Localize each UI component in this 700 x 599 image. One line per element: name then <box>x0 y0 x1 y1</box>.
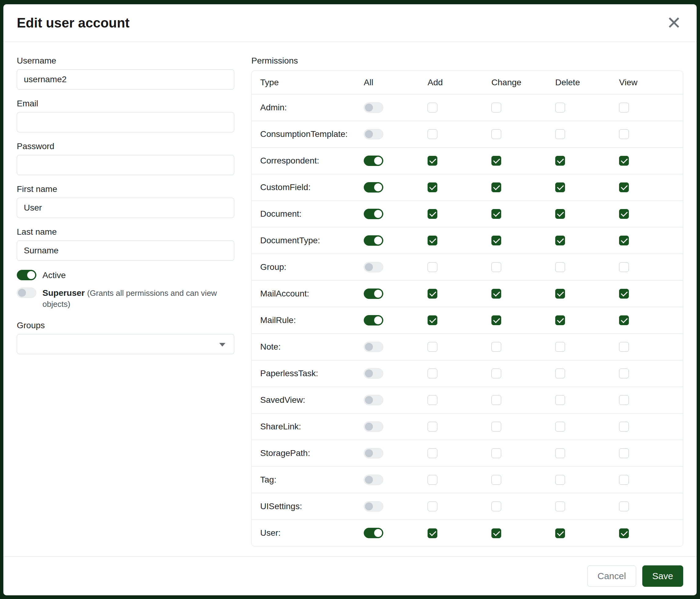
perm-toggle-all[interactable] <box>364 368 383 379</box>
perm-toggle-all[interactable] <box>364 182 383 193</box>
perm-checkbox-add[interactable] <box>428 262 438 272</box>
perm-checkbox-change[interactable] <box>492 262 501 272</box>
perm-checkbox-add[interactable] <box>428 129 438 139</box>
perm-checkbox-view[interactable] <box>619 209 629 219</box>
first-name-field[interactable] <box>17 198 234 218</box>
perm-checkbox-view[interactable] <box>619 262 629 272</box>
perm-checkbox-view[interactable] <box>619 103 629 113</box>
perm-checkbox-delete[interactable] <box>555 236 565 245</box>
perm-toggle-all[interactable] <box>364 235 383 246</box>
perm-checkbox-view[interactable] <box>619 342 629 352</box>
perm-checkbox-delete[interactable] <box>555 289 565 298</box>
perm-toggle-all[interactable] <box>364 288 383 299</box>
perm-checkbox-change[interactable] <box>492 422 501 432</box>
perm-checkbox-change[interactable] <box>492 129 501 139</box>
perm-checkbox-add[interactable] <box>428 342 438 352</box>
perm-toggle-all[interactable] <box>364 422 383 432</box>
perm-checkbox-add[interactable] <box>428 289 438 298</box>
perm-checkbox-view[interactable] <box>619 236 629 245</box>
perm-checkbox-change[interactable] <box>492 156 501 166</box>
perm-checkbox-change[interactable] <box>492 103 501 113</box>
perm-checkbox-add[interactable] <box>428 183 438 192</box>
perm-checkbox-add[interactable] <box>428 315 438 325</box>
perm-checkbox-change[interactable] <box>492 315 501 325</box>
perm-checkbox-view[interactable] <box>619 368 629 378</box>
perm-checkbox-view[interactable] <box>619 156 629 166</box>
perm-checkbox-view[interactable] <box>619 183 629 192</box>
perm-checkbox-change[interactable] <box>492 342 501 352</box>
perm-checkbox-add[interactable] <box>428 475 438 485</box>
last-name-field[interactable] <box>17 241 234 261</box>
perm-checkbox-delete[interactable] <box>555 502 565 511</box>
perm-checkbox-change[interactable] <box>492 289 501 298</box>
perm-checkbox-change[interactable] <box>492 395 501 405</box>
perm-checkbox-change[interactable] <box>492 368 501 378</box>
perm-checkbox-delete[interactable] <box>555 528 565 538</box>
perm-checkbox-add[interactable] <box>428 236 438 245</box>
save-button[interactable]: Save <box>642 566 683 587</box>
perm-checkbox-delete[interactable] <box>555 475 565 485</box>
perm-toggle-all[interactable] <box>364 155 383 166</box>
superuser-toggle[interactable] <box>17 288 36 298</box>
perm-checkbox-change[interactable] <box>492 236 501 245</box>
perm-toggle-all[interactable] <box>364 102 383 113</box>
perm-checkbox-view[interactable] <box>619 289 629 298</box>
perm-checkbox-change[interactable] <box>492 448 501 458</box>
toggle-knob <box>365 423 373 431</box>
perm-checkbox-delete[interactable] <box>555 209 565 219</box>
perm-checkbox-change[interactable] <box>492 475 501 485</box>
perm-toggle-all[interactable] <box>364 475 383 485</box>
perm-checkbox-add[interactable] <box>428 395 438 405</box>
perm-checkbox-view[interactable] <box>619 475 629 485</box>
perm-checkbox-delete[interactable] <box>555 129 565 139</box>
perm-checkbox-delete[interactable] <box>555 422 565 432</box>
perm-toggle-all[interactable] <box>364 262 383 272</box>
perm-checkbox-change[interactable] <box>492 502 501 511</box>
perm-checkbox-view[interactable] <box>619 315 629 325</box>
perm-toggle-all[interactable] <box>364 315 383 326</box>
perm-checkbox-add[interactable] <box>428 368 438 378</box>
perm-checkbox-view[interactable] <box>619 422 629 432</box>
perm-checkbox-add[interactable] <box>428 502 438 511</box>
perm-checkbox-delete[interactable] <box>555 156 565 166</box>
perm-checkbox-change[interactable] <box>492 528 501 538</box>
modal-footer: Cancel Save <box>3 556 697 595</box>
perm-checkbox-delete[interactable] <box>555 315 565 325</box>
perm-checkbox-view[interactable] <box>619 448 629 458</box>
cancel-button[interactable]: Cancel <box>587 566 636 587</box>
perm-toggle-all[interactable] <box>364 342 383 352</box>
perm-checkbox-view[interactable] <box>619 395 629 405</box>
perm-toggle-all[interactable] <box>364 501 383 511</box>
perm-checkbox-add[interactable] <box>428 422 438 432</box>
perm-checkbox-delete[interactable] <box>555 368 565 378</box>
perm-checkbox-delete[interactable] <box>555 262 565 272</box>
groups-select[interactable] <box>17 334 234 354</box>
perm-checkbox-delete[interactable] <box>555 183 565 192</box>
perm-checkbox-delete[interactable] <box>555 395 565 405</box>
perm-checkbox-add[interactable] <box>428 209 438 219</box>
email-field[interactable] <box>17 112 234 132</box>
perm-checkbox-view[interactable] <box>619 528 629 538</box>
perm-checkbox-change[interactable] <box>492 209 501 219</box>
permission-row: Correspondent: <box>252 147 683 174</box>
active-toggle[interactable] <box>17 270 36 280</box>
perm-toggle-all[interactable] <box>364 448 383 458</box>
perm-toggle-all[interactable] <box>364 528 383 538</box>
perm-checkbox-add[interactable] <box>428 528 438 538</box>
close-icon[interactable]: ✕ <box>665 14 683 32</box>
perm-checkbox-delete[interactable] <box>555 103 565 113</box>
perm-checkbox-delete[interactable] <box>555 448 565 458</box>
perm-toggle-all[interactable] <box>364 209 383 219</box>
perm-toggle-all[interactable] <box>364 129 383 139</box>
password-field[interactable] <box>17 155 234 175</box>
perm-toggle-all[interactable] <box>364 395 383 405</box>
username-input[interactable] <box>17 69 234 90</box>
perm-checkbox-add[interactable] <box>428 156 438 166</box>
perm-checkbox-delete[interactable] <box>555 342 565 352</box>
perm-checkbox-view[interactable] <box>619 502 629 511</box>
perm-checkbox-add[interactable] <box>428 103 438 113</box>
perm-checkbox-add[interactable] <box>428 448 438 458</box>
perm-checkbox-change[interactable] <box>492 183 501 192</box>
last-name-label: Last name <box>17 227 234 237</box>
perm-checkbox-view[interactable] <box>619 129 629 139</box>
